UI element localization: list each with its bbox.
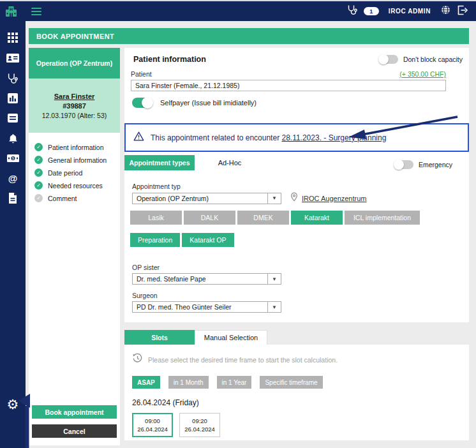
patient-input[interactable] (131, 80, 446, 91)
location-pin-icon (290, 192, 298, 204)
banknote-icon[interactable]: $ (6, 153, 20, 163)
stethoscope-sidebar-icon[interactable] (6, 73, 20, 84)
slot-option-0900[interactable]: 09:00 26.04.2024 (132, 413, 173, 437)
encounter-alert: This appointment related to encounter 28… (124, 123, 469, 152)
at-sign-icon[interactable]: @ (6, 173, 20, 183)
appointment-form-card: Patient information Don't block capacity… (124, 48, 469, 322)
selfpayer-label: Selfpayer (Issue bill imidiatelly) (160, 99, 257, 107)
tab-manual-selection[interactable]: Manual Selection (195, 330, 267, 345)
wizard-panel: Operation (OP Zentrum) Sara Finster #398… (29, 48, 120, 445)
chevron-down-icon[interactable]: ▼ (267, 302, 281, 312)
slot-hint-text: Please select the desired time frame to … (148, 356, 338, 364)
tab-slots[interactable]: Slots (124, 330, 195, 345)
svg-text:H: H (10, 7, 13, 11)
cancel-button[interactable]: Cancel (32, 424, 117, 438)
category-buttons: Lasik DALK DMEK Katarakt ICL implementat… (130, 211, 469, 225)
wizard-patient-summary: Sara Finster #39887 12.03.1970 (Alter: 5… (29, 78, 120, 133)
emergency-toggle[interactable] (394, 160, 413, 169)
warning-triangle-icon (133, 131, 144, 144)
check-circle-icon: ✓ (34, 181, 43, 190)
dont-block-capacity-label: Don't block capacity (403, 56, 463, 63)
user-name[interactable]: IROC ADMIN (389, 8, 431, 15)
surgeon-select[interactable]: PD Dr. med. Theo Günter Seiler ▼ (132, 301, 281, 313)
book-appointment-button[interactable]: Book appointment (32, 405, 117, 419)
patient-id: #39887 (63, 102, 86, 110)
appointment-typ-label: Appointment typ (132, 183, 469, 190)
slots-tabs: Slots Manual Selection (124, 330, 267, 345)
chevron-down-icon[interactable]: ▼ (267, 274, 281, 284)
patient-dob: 12.03.1970 (Alter: 53) (42, 112, 107, 119)
check-circle-icon: ✓ (34, 194, 43, 202)
wizard-steps: ✓ Patient information ✓ General informat… (29, 133, 120, 202)
notification-count-badge[interactable]: 1 (364, 7, 379, 15)
globe-icon[interactable] (440, 4, 451, 18)
timeframe-buttons: ASAP in 1 Month in 1 Year Specific timef… (132, 376, 460, 389)
hamburger-menu-icon[interactable] (31, 8, 41, 15)
settings-gear-icon[interactable]: ⚙ (0, 398, 26, 411)
hospital-logo-icon[interactable]: H (5, 5, 17, 17)
op-sister-label: OP sister (132, 264, 469, 271)
history-clock-icon (132, 353, 143, 366)
location-link[interactable]: IROC Augenzentrum (302, 195, 367, 202)
op-sister-select[interactable]: Dr. med. Stefanie Pape ▼ (132, 273, 281, 285)
patient-field-label: Patient (131, 70, 152, 78)
selfpayer-toggle[interactable] (132, 98, 152, 108)
tab-appointment-types[interactable]: Appointment types (124, 155, 195, 170)
check-circle-icon: ✓ (34, 156, 43, 164)
appointment-typ-select[interactable]: Operation (OP Zentrum) ▼ (132, 193, 281, 204)
wizard-step-comment[interactable]: ✓ Comment (34, 194, 114, 202)
slot-option-0920[interactable]: 09:20 26.04.2024 (179, 413, 220, 437)
encounter-link[interactable]: 28.11.2023. - Surgery planning (281, 133, 386, 142)
wizard-step-general-information[interactable]: ✓ General information (34, 156, 114, 164)
timeframe-1-month-button[interactable]: in 1 Month (168, 376, 209, 389)
apps-grid-icon[interactable] (6, 33, 20, 43)
dont-block-capacity-toggle[interactable] (379, 55, 398, 64)
contact-card-icon[interactable] (6, 53, 20, 63)
price-link[interactable]: (+ 350.00 CHF) (399, 70, 446, 78)
timeframe-asap-button[interactable]: ASAP (132, 376, 160, 389)
encounter-alert-text: This appointment related to encounter 28… (151, 133, 386, 142)
logout-icon[interactable] (457, 5, 468, 18)
surgeon-label: Surgeon (132, 292, 469, 299)
stethoscope-icon[interactable] (347, 4, 358, 18)
category-dalk-button[interactable]: DALK (184, 211, 235, 225)
category-dmek-button[interactable]: DMEK (237, 211, 289, 225)
tab-ad-hoc[interactable]: Ad-Hoc (195, 155, 265, 170)
slot-date-heading: 26.04.2024 (Friday) (132, 398, 460, 407)
subtype-katarakt-op-button[interactable]: Katarakt OP (182, 233, 234, 247)
patient-name-link[interactable]: Sara Finster (54, 93, 95, 100)
wizard-step-patient-information[interactable]: ✓ Patient information (34, 143, 114, 151)
wizard-appointment-type-header: Operation (OP Zentrum) (29, 48, 120, 78)
emergency-label: Emergency (419, 161, 452, 168)
slots-card: Please select the desired time frame to … (124, 345, 469, 440)
chevron-down-icon[interactable]: ▼ (267, 193, 281, 204)
wizard-step-date-period[interactable]: ✓ Date period (34, 168, 114, 177)
bar-chart-icon[interactable] (6, 93, 20, 103)
left-sidebar: $ @ ⚙ (0, 21, 26, 448)
book-appointment-app: H 1 IROC ADMIN (0, 0, 476, 448)
check-circle-icon: ✓ (34, 168, 43, 177)
timeframe-specific-button[interactable]: Specific timeframe (260, 376, 322, 389)
slot-options: 09:00 26.04.2024 09:20 26.04.2024 (132, 413, 460, 437)
subtype-buttons: Preparation Katarakt OP (130, 233, 469, 247)
page-title: BOOK APPOINTMENT (29, 28, 469, 44)
bell-icon[interactable] (6, 133, 20, 144)
list-card-icon[interactable] (6, 113, 20, 123)
timeframe-1-year-button[interactable]: in 1 Year (217, 376, 252, 389)
subtype-preparation-button[interactable]: Preparation (130, 233, 180, 247)
patient-information-heading: Patient information (133, 55, 206, 64)
wizard-step-needed-resources[interactable]: ✓ Needed resources (34, 181, 114, 190)
category-lasik-button[interactable]: Lasik (130, 211, 182, 225)
category-icl-implementation-button[interactable]: ICL implementation (345, 211, 420, 225)
check-circle-icon: ✓ (34, 143, 43, 151)
document-icon[interactable] (6, 193, 20, 203)
top-navbar: H 1 IROC ADMIN (0, 0, 476, 21)
category-katarakt-button[interactable]: Katarakt (291, 211, 343, 225)
